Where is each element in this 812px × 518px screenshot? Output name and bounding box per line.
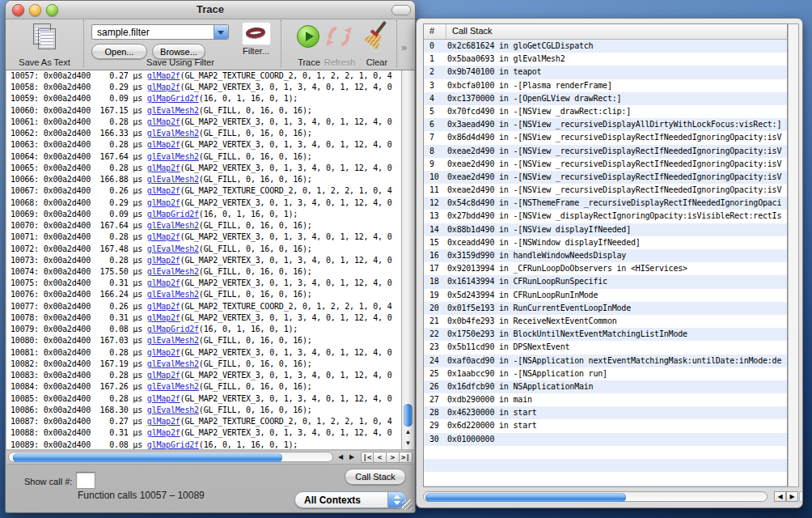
- stack-frame-row[interactable]: 100xeae2d490 in -[NSView _recursiveDispl…: [424, 171, 787, 184]
- stack-frame-row[interactable]: 250x1aabcc90 in -[NSApplication run]: [424, 367, 787, 380]
- gl-function-link[interactable]: glMap2f: [147, 117, 180, 126]
- clear-broom-icon[interactable]: [362, 21, 391, 49]
- horizontal-scrollbar[interactable]: [423, 491, 768, 502]
- stack-frame-row[interactable]: 90xeae2d490 in -[NSView _recursiveDispla…: [424, 158, 787, 171]
- trace-row[interactable]: 10066: 0x00a2d400 166.88 µs glEvalMesh2(…: [6, 174, 401, 185]
- column-header-callstack[interactable]: Call Stack: [446, 24, 493, 39]
- gl-function-link[interactable]: glMap2f: [147, 348, 180, 357]
- stack-frame-row[interactable]: 220x1750e293 in BlockUntilNextEventMatch…: [424, 328, 787, 341]
- stack-frame-row[interactable]: 200x01f5e193 in RunCurrentEventLoopInMod…: [424, 302, 787, 315]
- stack-frame-row[interactable]: 110xeae2d490 in -[NSView _recursiveDispl…: [424, 184, 787, 197]
- filter-file-combobox[interactable]: sample.filter: [91, 24, 229, 40]
- stack-frame-row[interactable]: [424, 472, 787, 485]
- gl-function-link[interactable]: glMapGrid2f: [147, 325, 199, 333]
- stack-frame-row[interactable]: 40xc1370000 in -[OpenGLView drawRect:]: [424, 92, 787, 105]
- stack-frame-row[interactable]: 180x16143994 in CFRunLoopRunSpecific: [424, 275, 787, 288]
- trace-play-icon[interactable]: [297, 25, 319, 48]
- gl-function-link[interactable]: glMap2f: [147, 371, 180, 380]
- trace-row[interactable]: 10076: 0x00a2d400 166.24 µs glEvalMesh2(…: [6, 289, 401, 300]
- stack-frame-row[interactable]: 190x5d243994 in CFRunLoopRunInMode: [424, 289, 787, 302]
- gl-function-link[interactable]: glMap2f: [147, 313, 180, 322]
- stack-frame-row[interactable]: [424, 459, 787, 472]
- trace-row[interactable]: 10084: 0x00a2d400 167.26 µs glEvalMesh2(…: [6, 381, 401, 393]
- gl-function-link[interactable]: glEvalMesh2: [147, 359, 199, 368]
- trace-row[interactable]: 10071: 0x00a2d400 0.28 µs glMap2f(GL_MAP…: [6, 231, 401, 243]
- save-as-text-label[interactable]: Save As Text: [7, 57, 82, 67]
- gl-function-link[interactable]: glMap2f: [147, 232, 180, 241]
- trace-row[interactable]: 10058: 0x00a2d400 0.29 µs glMap2f(GL_MAP…: [6, 82, 401, 93]
- gl-function-link[interactable]: glEvalMesh2: [147, 336, 199, 345]
- trace-row[interactable]: 10064: 0x00a2d400 167.64 µs glEvalMesh2(…: [6, 151, 401, 163]
- stack-frame-row[interactable]: 270xdb290000 in main: [424, 393, 787, 406]
- trace-row[interactable]: 10077: 0x00a2d400 0.26 µs glMap2f(GL_MAP…: [6, 301, 401, 312]
- gl-function-link[interactable]: glMap2f: [147, 186, 180, 195]
- trace-row[interactable]: 10065: 0x00a2d400 0.28 µs glMap2f(GL_MAP…: [6, 163, 401, 174]
- gl-function-link[interactable]: glEvalMesh2: [147, 290, 199, 299]
- gl-function-link[interactable]: glEvalMesh2: [147, 267, 199, 276]
- call-stack-button[interactable]: Call Stack: [345, 469, 406, 485]
- gl-function-link[interactable]: glMapGrid2f: [147, 440, 199, 449]
- stack-frame-row[interactable]: 130x27bdd490 in -[NSView _displayRectIgn…: [424, 210, 787, 223]
- stack-frame-row[interactable]: 170x92013994 in _CFRunLoopDoObservers in…: [424, 262, 787, 275]
- trace-row[interactable]: 10078: 0x00a2d400 0.31 µs glMap2f(GL_MAP…: [6, 312, 401, 324]
- trace-row[interactable]: 10083: 0x00a2d400 0.28 µs glMap2f(GL_MAP…: [6, 370, 401, 381]
- trace-row[interactable]: 10067: 0x00a2d400 0.26 µs glMap2f(GL_MAP…: [6, 185, 401, 197]
- trace-row[interactable]: 10075: 0x00a2d400 0.31 µs glMap2f(GL_MAP…: [6, 278, 401, 289]
- trace-row[interactable]: 10088: 0x00a2d400 0.31 µs glMap2f(GL_MAP…: [6, 427, 401, 439]
- trace-row[interactable]: 10061: 0x00a2d400 0.28 µs glMap2f(GL_MAP…: [6, 117, 401, 128]
- resize-grip[interactable]: [402, 499, 412, 510]
- gl-function-link[interactable]: glEvalMesh2: [147, 244, 199, 253]
- previous-page-button[interactable]: <: [374, 452, 387, 463]
- save-as-text-icon[interactable]: [32, 23, 56, 48]
- toolbar-overflow-chevron[interactable]: »: [401, 41, 407, 53]
- gl-function-link[interactable]: glEvalMesh2: [147, 106, 199, 115]
- combo-dropdown-button[interactable]: [214, 25, 228, 39]
- stack-frame-row[interactable]: 10x5baa0693 in glEvalMesh2: [424, 53, 787, 66]
- scroll-left-arrow[interactable]: ◀: [774, 491, 786, 502]
- gl-function-link[interactable]: glEvalMesh2: [147, 152, 199, 161]
- stack-frame-row[interactable]: 290x6d220000 in start: [424, 419, 787, 432]
- scroll-left-arrow[interactable]: ◀: [338, 453, 343, 461]
- first-page-button[interactable]: |<: [361, 452, 374, 463]
- vertical-scrollbar[interactable]: ▲ ▼: [401, 70, 414, 449]
- stack-frame-row[interactable]: 30xbcfa0100 in -[Plasma renderFrame]: [424, 79, 787, 92]
- stack-frame-row[interactable]: 20x9b740100 in teapot: [424, 66, 787, 79]
- gl-function-link[interactable]: glMap2f: [147, 394, 180, 403]
- gl-function-link[interactable]: glMap2f: [147, 428, 180, 437]
- trace-row[interactable]: 10068: 0x00a2d400 0.29 µs glMap2f(GL_MAP…: [6, 197, 401, 209]
- gl-function-link[interactable]: glMap2f: [147, 417, 180, 426]
- horizontal-scrollbar[interactable]: [8, 452, 333, 462]
- scroll-up-arrow[interactable]: ▲: [402, 427, 414, 438]
- trace-row[interactable]: 10059: 0x00a2d400 0.09 µs glMapGrid2f(16…: [6, 93, 401, 104]
- gl-function-link[interactable]: glMap2f: [147, 302, 180, 311]
- clear-button-label[interactable]: Clear: [358, 57, 395, 67]
- stack-frame-row[interactable]: 150xceadd490 in -[NSWindow displayIfNeed…: [424, 236, 787, 249]
- filter-label[interactable]: Filter...: [234, 46, 278, 56]
- trace-row[interactable]: 10062: 0x00a2d400 166.33 µs glEvalMesh2(…: [6, 128, 401, 139]
- trace-row[interactable]: 10087: 0x00a2d400 0.27 µs glMap2f(GL_MAP…: [6, 416, 401, 427]
- stack-frame-row[interactable]: 240xaf0acd90 in -[NSApplication nextEven…: [424, 355, 787, 367]
- trace-row[interactable]: 10085: 0x00a2d400 0.28 µs glMap2f(GL_MAP…: [6, 393, 401, 405]
- trace-row[interactable]: 10079: 0x00a2d400 0.08 µs glMapGrid2f(16…: [6, 324, 401, 335]
- show-call-field[interactable]: [76, 472, 95, 489]
- trace-row[interactable]: 10086: 0x00a2d400 168.30 µs glEvalMesh2(…: [6, 405, 401, 416]
- stack-frame-row[interactable]: 210x0b4fe293 in ReceiveNextEventCommon: [424, 315, 787, 328]
- gl-function-link[interactable]: glMap2f: [147, 71, 180, 80]
- gl-function-link[interactable]: glEvalMesh2: [147, 382, 199, 391]
- trace-row[interactable]: 10080: 0x00a2d400 167.03 µs glEvalMesh2(…: [6, 335, 401, 346]
- gl-function-link[interactable]: glEvalMesh2: [147, 221, 199, 230]
- gl-function-link[interactable]: glEvalMesh2: [147, 175, 199, 184]
- stack-frame-row[interactable]: 120x54c8d490 in -[NSThemeFrame _recursiv…: [424, 197, 787, 210]
- scroll-right-arrow[interactable]: ▶: [786, 491, 798, 502]
- scrollbar-thumb[interactable]: [404, 404, 412, 427]
- gl-function-link[interactable]: glMap2f: [147, 198, 180, 207]
- scroll-right-arrow[interactable]: ▶: [349, 453, 354, 461]
- gl-function-link[interactable]: glMapGrid2f: [147, 94, 199, 103]
- gl-function-link[interactable]: glMapGrid2f: [147, 210, 199, 219]
- last-page-button[interactable]: >|: [400, 452, 412, 463]
- gl-function-link[interactable]: glMap2f: [147, 140, 180, 149]
- trace-row[interactable]: 10081: 0x00a2d400 0.28 µs glMap2f(GL_MAP…: [6, 347, 401, 359]
- stack-frame-row[interactable]: 230x5b11cd90 in DPSNextEvent: [424, 341, 787, 354]
- gl-function-link[interactable]: glMap2f: [147, 83, 180, 91]
- column-header-number[interactable]: #: [424, 24, 446, 39]
